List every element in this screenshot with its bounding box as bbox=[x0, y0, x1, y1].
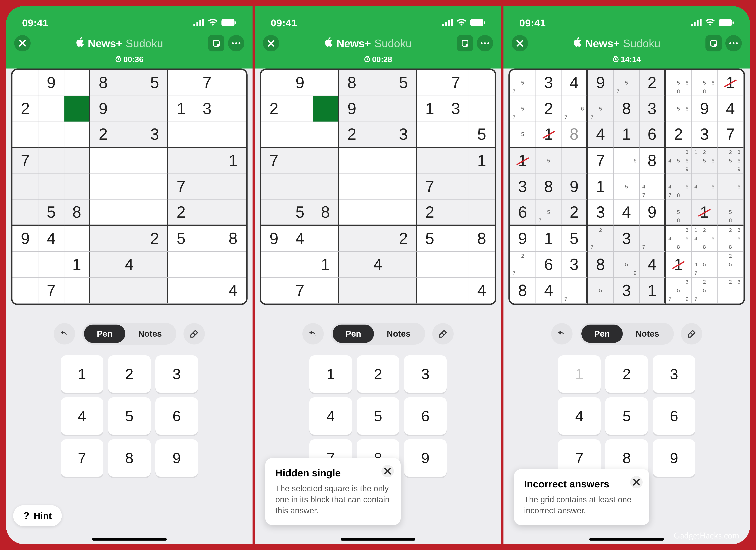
cell-3-0[interactable]: 7 bbox=[12, 148, 38, 174]
cell-0-8[interactable] bbox=[220, 70, 246, 96]
cell-6-7[interactable]: 12468 bbox=[692, 226, 718, 252]
cell-3-7[interactable]: 1256 bbox=[692, 148, 718, 174]
key-3[interactable]: 3 bbox=[155, 355, 198, 393]
cell-4-6[interactable]: 4678 bbox=[666, 174, 692, 200]
cell-3-5[interactable]: 8 bbox=[640, 148, 666, 174]
cell-0-1[interactable]: 9 bbox=[287, 70, 313, 96]
share-button[interactable] bbox=[208, 35, 224, 51]
cell-3-4[interactable] bbox=[116, 148, 142, 174]
key-4[interactable]: 4 bbox=[61, 397, 103, 435]
mode-pen[interactable]: Pen bbox=[581, 325, 623, 343]
cell-7-3[interactable] bbox=[339, 252, 365, 278]
cell-2-2[interactable]: 8 bbox=[562, 122, 588, 148]
cell-3-0[interactable]: 7 bbox=[261, 148, 287, 174]
cell-5-3[interactable]: 3 bbox=[588, 200, 614, 226]
cell-8-2[interactable] bbox=[313, 278, 339, 304]
cell-3-2[interactable] bbox=[562, 148, 588, 174]
cell-2-4[interactable] bbox=[116, 122, 142, 148]
cell-0-0[interactable] bbox=[12, 70, 38, 96]
cell-8-8[interactable]: 4 bbox=[469, 278, 495, 304]
cell-6-8[interactable]: 2368 bbox=[718, 226, 744, 252]
cell-1-3[interactable]: 57 bbox=[588, 96, 614, 122]
cell-6-6[interactable]: 3468 bbox=[666, 226, 692, 252]
cell-1-3[interactable]: 9 bbox=[90, 96, 116, 122]
key-1[interactable]: 1 bbox=[61, 355, 103, 393]
mode-pen[interactable]: Pen bbox=[84, 325, 125, 343]
cell-3-8[interactable]: 1 bbox=[220, 148, 246, 174]
cell-1-2[interactable]: 67 bbox=[562, 96, 588, 122]
key-5[interactable]: 5 bbox=[605, 397, 648, 435]
cell-1-4[interactable] bbox=[116, 96, 142, 122]
cell-1-7[interactable]: 3 bbox=[443, 96, 469, 122]
key-9[interactable]: 9 bbox=[404, 439, 447, 477]
cell-0-3[interactable]: 8 bbox=[339, 70, 365, 96]
cell-4-7[interactable] bbox=[443, 174, 469, 200]
cell-7-0[interactable] bbox=[261, 252, 287, 278]
cell-2-0[interactable] bbox=[12, 122, 38, 148]
cell-7-7[interactable]: 457 bbox=[692, 252, 718, 278]
cell-5-6[interactable]: 58 bbox=[666, 200, 692, 226]
cell-6-5[interactable]: 7 bbox=[640, 226, 666, 252]
cell-4-2[interactable] bbox=[64, 174, 90, 200]
cell-7-6[interactable] bbox=[417, 252, 443, 278]
cell-7-0[interactable]: 27 bbox=[510, 252, 536, 278]
cell-0-8[interactable]: 1 bbox=[718, 70, 744, 96]
cell-0-0[interactable] bbox=[261, 70, 287, 96]
cell-6-7[interactable] bbox=[194, 226, 220, 252]
cell-5-8[interactable]: 58 bbox=[718, 200, 744, 226]
cell-3-6[interactable]: 34569 bbox=[666, 148, 692, 174]
cell-7-4[interactable]: 59 bbox=[614, 252, 640, 278]
cell-5-4[interactable] bbox=[365, 200, 391, 226]
key-5[interactable]: 5 bbox=[108, 397, 151, 435]
cell-1-5[interactable]: 3 bbox=[640, 96, 666, 122]
cell-5-7[interactable] bbox=[443, 200, 469, 226]
cell-4-8[interactable]: 6 bbox=[718, 174, 744, 200]
cell-5-0[interactable]: 6 bbox=[510, 200, 536, 226]
cell-6-5[interactable]: 2 bbox=[391, 226, 417, 252]
cell-5-0[interactable] bbox=[12, 200, 38, 226]
cell-0-0[interactable]: 57 bbox=[510, 70, 536, 96]
cell-4-7[interactable] bbox=[194, 174, 220, 200]
cell-0-7[interactable]: 7 bbox=[194, 70, 220, 96]
cell-2-5[interactable]: 3 bbox=[391, 122, 417, 148]
cell-8-4[interactable] bbox=[365, 278, 391, 304]
key-2[interactable]: 2 bbox=[108, 355, 151, 393]
key-1[interactable]: 1 bbox=[558, 355, 601, 393]
cell-8-5[interactable]: 1 bbox=[640, 278, 666, 304]
cell-4-5[interactable]: 47 bbox=[640, 174, 666, 200]
cell-2-0[interactable]: 5 bbox=[510, 122, 536, 148]
cell-7-6[interactable] bbox=[168, 252, 194, 278]
cell-1-0[interactable]: 2 bbox=[261, 96, 287, 122]
cell-2-8[interactable]: 5 bbox=[469, 122, 495, 148]
cell-7-3[interactable] bbox=[90, 252, 116, 278]
cell-0-4[interactable] bbox=[365, 70, 391, 96]
cell-8-3[interactable] bbox=[90, 278, 116, 304]
cell-0-3[interactable]: 8 bbox=[90, 70, 116, 96]
cell-8-6[interactable] bbox=[168, 278, 194, 304]
cell-6-1[interactable]: 4 bbox=[287, 226, 313, 252]
key-2[interactable]: 2 bbox=[605, 355, 648, 393]
cell-6-4[interactable] bbox=[365, 226, 391, 252]
undo-button[interactable] bbox=[302, 323, 324, 344]
undo-button[interactable] bbox=[551, 323, 573, 344]
close-button[interactable] bbox=[263, 35, 279, 51]
key-7[interactable]: 7 bbox=[61, 439, 103, 477]
cell-0-7[interactable]: 7 bbox=[443, 70, 469, 96]
cell-5-2[interactable]: 8 bbox=[313, 200, 339, 226]
cell-0-1[interactable]: 9 bbox=[38, 70, 64, 96]
cell-0-5[interactable]: 5 bbox=[142, 70, 168, 96]
cell-7-0[interactable] bbox=[12, 252, 38, 278]
cell-2-6[interactable] bbox=[168, 122, 194, 148]
cell-7-8[interactable] bbox=[220, 252, 246, 278]
cell-7-4[interactable]: 4 bbox=[365, 252, 391, 278]
cell-4-5[interactable] bbox=[142, 174, 168, 200]
cell-3-3[interactable] bbox=[90, 148, 116, 174]
cell-6-3[interactable] bbox=[339, 226, 365, 252]
cell-1-4[interactable]: 8 bbox=[614, 96, 640, 122]
cell-4-4[interactable] bbox=[365, 174, 391, 200]
cell-4-4[interactable] bbox=[116, 174, 142, 200]
cell-3-5[interactable] bbox=[142, 148, 168, 174]
cell-7-5[interactable]: 4 bbox=[640, 252, 666, 278]
cell-1-8[interactable] bbox=[220, 96, 246, 122]
cell-4-3[interactable] bbox=[90, 174, 116, 200]
